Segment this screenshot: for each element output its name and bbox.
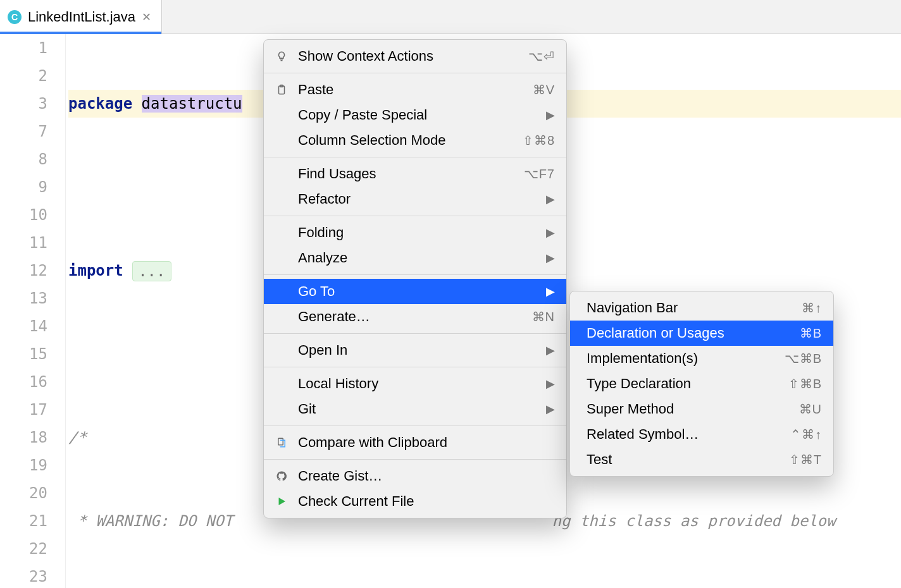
menu-separator <box>264 426 566 426</box>
menu-label: Implementation(s) <box>587 350 777 367</box>
menu-git[interactable]: Git ▶ <box>264 396 566 422</box>
menu-go-to[interactable]: Go To ▶ <box>264 279 566 304</box>
menu-shortcut: ⇧⌘8 <box>523 133 555 148</box>
menu-label: Git <box>298 401 538 417</box>
menu-folding[interactable]: Folding ▶ <box>264 220 566 245</box>
line-number: 19 <box>0 451 47 479</box>
goto-submenu: Navigation Bar ⌘↑ Declaration or Usages … <box>569 291 834 477</box>
line-number: 22 <box>0 535 47 563</box>
menu-shortcut: ⌥⏎ <box>528 49 555 64</box>
menu-column-selection[interactable]: Column Selection Mode ⇧⌘8 <box>264 128 566 153</box>
play-icon <box>273 496 290 507</box>
menu-show-context-actions[interactable]: Show Context Actions ⌥⏎ <box>264 44 566 69</box>
chevron-right-icon: ▶ <box>546 377 555 391</box>
menu-check-current-file[interactable]: Check Current File <box>264 489 566 514</box>
chevron-right-icon: ▶ <box>546 251 555 265</box>
menu-separator <box>264 333 566 334</box>
chevron-right-icon: ▶ <box>546 285 555 298</box>
line-number-gutter: 1 2 3 7 8 9 10 11 12 13 14 15 16 17 18 1… <box>0 34 66 588</box>
line-number: 10 <box>0 201 47 229</box>
chevron-right-icon: ▶ <box>546 343 555 357</box>
menu-label: Create Gist… <box>298 468 555 484</box>
tab-file-name: LinkedIntList.java <box>28 9 135 25</box>
java-class-icon: C <box>8 10 22 24</box>
context-menu: Show Context Actions ⌥⏎ Paste ⌘V Copy / … <box>263 39 567 518</box>
line-number: 13 <box>0 285 47 312</box>
menu-generate[interactable]: Generate… ⌘N <box>264 304 566 329</box>
menu-copy-paste-special[interactable]: Copy / Paste Special ▶ <box>264 102 566 128</box>
menu-label: Declaration or Usages <box>587 325 792 341</box>
menu-separator <box>264 367 566 367</box>
menu-label: Column Selection Mode <box>298 132 515 149</box>
clipboard-icon <box>273 84 290 95</box>
line-number: 8 <box>0 145 47 173</box>
line-number: 9 <box>0 173 47 201</box>
menu-label: Go To <box>298 283 538 300</box>
menu-shortcut: ⌘B <box>800 326 822 341</box>
menu-shortcut: ⌥⌘B <box>785 351 822 366</box>
menu-label: Compare with Clipboard <box>298 434 555 451</box>
line-number: 1 <box>0 34 47 62</box>
submenu-super-method[interactable]: Super Method ⌘U <box>570 396 833 422</box>
keyword-import: import <box>68 262 123 279</box>
menu-shortcut: ⌘U <box>799 401 822 417</box>
menu-label: Navigation Bar <box>587 300 794 316</box>
menu-local-history[interactable]: Local History ▶ <box>264 371 566 396</box>
editor-tabbar: C LinkedIntList.java ✕ <box>0 0 901 34</box>
menu-label: Analyze <box>298 250 538 266</box>
menu-label: Show Context Actions <box>298 48 521 64</box>
menu-find-usages[interactable]: Find Usages ⌥F7 <box>264 161 566 187</box>
submenu-declaration-or-usages[interactable]: Declaration or Usages ⌘B <box>570 321 833 346</box>
comment: /* <box>68 429 87 446</box>
line-number: 20 <box>0 479 47 507</box>
menu-label: Refactor <box>298 191 538 207</box>
menu-separator <box>264 274 566 275</box>
line-number: 12 <box>0 257 47 285</box>
line-number: 18 <box>0 424 47 451</box>
menu-label: Type Declaration <box>587 376 781 392</box>
line-number: 23 <box>0 563 47 588</box>
chevron-right-icon: ▶ <box>546 192 555 206</box>
line-number: 2 <box>0 62 47 90</box>
submenu-type-declaration[interactable]: Type Declaration ⇧⌘B <box>570 371 833 396</box>
menu-shortcut: ⌃⌘↑ <box>790 427 822 442</box>
keyword-package: package <box>68 95 132 113</box>
folded-imports[interactable]: ... <box>132 261 171 281</box>
submenu-related-symbol[interactable]: Related Symbol… ⌃⌘↑ <box>570 422 833 447</box>
line-number: 21 <box>0 507 47 535</box>
menu-compare-clipboard[interactable]: Compare with Clipboard <box>264 430 566 455</box>
menu-shortcut: ⌘V <box>533 82 555 97</box>
line-number: 11 <box>0 229 47 257</box>
line-number: 17 <box>0 396 47 424</box>
close-icon[interactable]: ✕ <box>142 10 151 24</box>
menu-shortcut: ⌥F7 <box>524 166 555 181</box>
selection: datastructu <box>142 95 242 113</box>
menu-separator <box>264 459 566 460</box>
menu-open-in[interactable]: Open In ▶ <box>264 338 566 363</box>
submenu-navigation-bar[interactable]: Navigation Bar ⌘↑ <box>570 295 833 321</box>
lightbulb-icon <box>273 51 290 62</box>
menu-paste[interactable]: Paste ⌘V <box>264 77 566 102</box>
menu-shortcut: ⌘N <box>532 309 555 324</box>
comment: ng this class as provided below <box>552 512 836 530</box>
comment: * WARNING: DO NOT <box>68 512 242 530</box>
line-number: 3 <box>0 90 47 118</box>
menu-label: Open In <box>298 342 538 358</box>
chevron-right-icon: ▶ <box>546 402 555 416</box>
line-number: 16 <box>0 368 47 396</box>
menu-label: Check Current File <box>298 493 555 510</box>
menu-refactor[interactable]: Refactor ▶ <box>264 187 566 212</box>
submenu-test[interactable]: Test ⇧⌘T <box>570 447 833 472</box>
menu-shortcut: ⌘↑ <box>802 300 822 315</box>
menu-label: Super Method <box>587 401 792 417</box>
menu-separator <box>264 157 566 157</box>
menu-separator <box>264 216 566 216</box>
menu-create-gist[interactable]: Create Gist… <box>264 463 566 489</box>
menu-label: Find Usages <box>298 166 516 182</box>
editor-tab[interactable]: C LinkedIntList.java ✕ <box>0 0 162 34</box>
submenu-implementations[interactable]: Implementation(s) ⌥⌘B <box>570 346 833 371</box>
line-number: 15 <box>0 340 47 368</box>
chevron-right-icon: ▶ <box>546 226 555 240</box>
menu-analyze[interactable]: Analyze ▶ <box>264 245 566 271</box>
menu-label: Local History <box>298 376 538 392</box>
